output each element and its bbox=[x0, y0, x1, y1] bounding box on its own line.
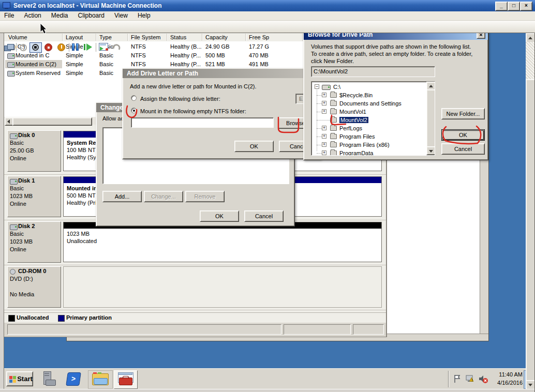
start-button[interactable]: Start bbox=[6, 371, 33, 386]
mount-folder-label: Mount in the following empty NTFS folder… bbox=[140, 108, 246, 114]
open-folder-icon bbox=[330, 117, 337, 123]
browse-ok-button[interactable]: OK bbox=[441, 129, 485, 141]
change-button[interactable]: Change... bbox=[144, 191, 183, 202]
cdrom-info-box: CD-ROM 0 DVD (D:) No Media bbox=[7, 266, 61, 308]
add-button[interactable]: Add... bbox=[102, 191, 142, 202]
tray-clock[interactable]: 11:40 AM 4/16/2016 bbox=[488, 370, 523, 387]
red-toolbox-icon bbox=[119, 378, 132, 385]
start-vm-icon[interactable] bbox=[20, 44, 27, 51]
powershell-icon[interactable]: > bbox=[66, 372, 82, 386]
expand-icon[interactable]: + bbox=[322, 93, 326, 97]
tray-divider bbox=[448, 371, 449, 387]
tree-item-recycle-bin[interactable]: + $Recycle.Bin bbox=[311, 91, 435, 99]
disk2-info-box: Disk 2 Basic 1023 MB Online bbox=[7, 221, 61, 263]
expand-icon[interactable]: + bbox=[322, 150, 326, 155]
browse-dialog-text: Volumes that support drive paths are sho… bbox=[311, 43, 472, 65]
vmconnect-menubar: File Action Media Clipboard View Help bbox=[0, 11, 535, 21]
add-dialog-text: Add a new drive letter or path for Mount… bbox=[130, 83, 257, 89]
resume-icon[interactable] bbox=[84, 43, 92, 51]
collapse-icon[interactable]: − bbox=[315, 84, 319, 89]
expand-icon[interactable]: + bbox=[322, 134, 326, 139]
menu-view[interactable]: View bbox=[110, 11, 132, 20]
change-cancel-button[interactable]: Cancel bbox=[244, 210, 284, 222]
minimize-button[interactable]: _ bbox=[495, 2, 508, 11]
mmc-status-bar bbox=[4, 323, 386, 337]
tree-item-perflogs[interactable]: + PerfLogs bbox=[311, 124, 435, 132]
cdrom-media-area[interactable] bbox=[63, 266, 382, 308]
add-drive-letter-dialog: Add Drive Letter or Path Add a new drive… bbox=[122, 68, 321, 159]
change-ok-button[interactable]: OK bbox=[200, 210, 239, 222]
save-state-icon[interactable] bbox=[57, 43, 65, 51]
vscroll-thumb[interactable] bbox=[526, 79, 535, 381]
col-status[interactable]: Status bbox=[170, 34, 186, 40]
expand-icon[interactable]: + bbox=[322, 142, 326, 147]
col-capacity[interactable]: Capacity bbox=[205, 34, 228, 40]
tree-root-c[interactable]: − C:\ bbox=[311, 83, 435, 91]
folder-icon bbox=[330, 150, 337, 156]
tree-item-mountvol2-selected[interactable]: MountVol2 bbox=[311, 116, 435, 124]
explorer-taskbar-button[interactable] bbox=[88, 370, 113, 389]
folder-icon bbox=[330, 142, 337, 147]
folder-icon bbox=[330, 109, 337, 114]
tree-item-mountvol1[interactable]: + MountVol1 bbox=[311, 108, 435, 116]
tray-flag-icon[interactable] bbox=[453, 374, 462, 384]
assign-letter-label: Assign the following drive letter: bbox=[140, 96, 220, 102]
ctrl-alt-del-icon[interactable] bbox=[4, 44, 14, 51]
selected-path-field[interactable]: C:\MountVol2 bbox=[311, 66, 435, 77]
pause-icon[interactable] bbox=[72, 43, 79, 51]
console-vscrollbar[interactable] bbox=[526, 33, 534, 389]
menu-action[interactable]: Action bbox=[20, 11, 45, 20]
server-manager-icon[interactable] bbox=[40, 371, 58, 387]
menu-media[interactable]: Media bbox=[47, 11, 72, 20]
tree-scrollbar[interactable] bbox=[426, 82, 435, 155]
menu-clipboard[interactable]: Clipboard bbox=[74, 11, 109, 20]
tree-item-program-files[interactable]: + Program Files bbox=[311, 132, 435, 141]
tray-volume-muted-icon[interactable] bbox=[478, 374, 488, 384]
revert-icon[interactable] bbox=[112, 43, 121, 52]
browse-cancel-button[interactable]: Cancel bbox=[441, 143, 485, 155]
col-layout[interactable]: Layout bbox=[66, 34, 83, 40]
turn-off-icon-pressed[interactable] bbox=[29, 42, 42, 53]
tree-item-programdata[interactable]: + ProgramData bbox=[311, 149, 435, 156]
expand-icon[interactable]: + bbox=[322, 126, 326, 130]
add-ok-button[interactable]: OK bbox=[234, 141, 274, 152]
expand-icon[interactable]: + bbox=[322, 101, 326, 105]
col-volume[interactable]: Volume bbox=[8, 34, 27, 40]
browse-drive-path-dialog: Browse for Drive Path × Volumes that sup… bbox=[303, 29, 488, 160]
disk2-unallocated[interactable]: 1023 MB Unallocated bbox=[63, 222, 382, 262]
maximize-button[interactable]: □ bbox=[508, 2, 520, 11]
vmconnect-toolbar bbox=[0, 21, 535, 33]
col-freespace[interactable]: Free Sp bbox=[249, 34, 269, 40]
tray-network-icon[interactable]: ! bbox=[466, 374, 476, 384]
hscroll-thumb[interactable] bbox=[12, 117, 92, 126]
legend-primary-swatch bbox=[58, 315, 65, 322]
drive-icon bbox=[322, 85, 331, 90]
tree-item-program-files-x86[interactable]: + Program Files (x86) bbox=[311, 141, 435, 149]
close-button[interactable]: × bbox=[520, 2, 532, 11]
col-filesystem[interactable]: File System bbox=[131, 34, 160, 40]
folder-path-input[interactable] bbox=[131, 117, 274, 128]
menu-help[interactable]: Help bbox=[133, 11, 155, 20]
change-dialog-text: Allow ac bbox=[102, 115, 124, 122]
folder-icon bbox=[330, 134, 337, 139]
vmconnect-titlebar[interactable]: Server2 on localhost - Virtual Machine C… bbox=[0, 0, 535, 11]
col-type[interactable]: Type bbox=[99, 34, 112, 40]
new-folder-button[interactable]: New Folder... bbox=[441, 108, 485, 119]
expand-icon[interactable]: + bbox=[322, 109, 326, 114]
snapshot-icon[interactable] bbox=[99, 43, 109, 51]
remove-button[interactable]: Remove bbox=[185, 191, 225, 202]
folder-tree[interactable]: − C:\ + $Recycle.Bin + Documents and Set… bbox=[311, 81, 435, 156]
taskbar: Start > ! bbox=[4, 368, 526, 389]
add-dialog-title[interactable]: Add Drive Letter or Path bbox=[123, 69, 320, 78]
shut-down-icon[interactable] bbox=[44, 43, 52, 51]
assign-letter-radio[interactable] bbox=[131, 95, 137, 101]
admin-tools-taskbar-button-active[interactable] bbox=[114, 370, 138, 389]
cd-icon bbox=[10, 269, 16, 275]
tree-item-documents-and-settings[interactable]: + Documents and Settings bbox=[311, 99, 435, 108]
disk0-info-box: Disk 0 Basic 25.00 GB Online bbox=[7, 130, 61, 172]
folder-icon bbox=[330, 126, 337, 131]
mount-folder-radio[interactable] bbox=[131, 108, 137, 113]
folder-icon bbox=[330, 93, 337, 98]
menu-file[interactable]: File bbox=[0, 11, 18, 20]
tree-scrollbar-thumb[interactable] bbox=[426, 89, 435, 148]
